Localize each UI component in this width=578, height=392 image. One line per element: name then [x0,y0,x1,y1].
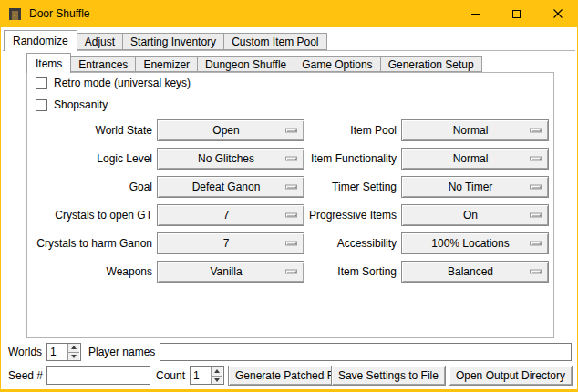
timer-setting-value: No Timer [449,181,502,193]
tab-enemizer[interactable]: Enemizer [135,56,198,72]
tab-starting-inventory[interactable]: Starting Inventory [122,33,224,50]
save-settings-button[interactable]: Save Settings to File [331,366,446,386]
dropdown-indicator-icon [530,157,542,161]
retro-mode-row: Retro mode (universal keys) [36,77,191,89]
dropdown-indicator-icon [285,157,297,161]
output-buttons: Save Settings to File Open Output Direct… [331,366,573,386]
crystals-ganon-value: 7 [223,237,239,250]
player-names-label: Player names [88,342,155,362]
dropdown-indicator-icon [530,213,542,218]
minimize-button[interactable] [455,0,496,27]
item-sorting-dropdown[interactable]: Balanced [401,261,549,283]
shopsanity-checkbox[interactable] [36,99,47,111]
window-title: Door Shuffle [29,7,90,20]
dropdown-indicator-icon [530,129,542,133]
tab-adjust[interactable]: Adjust [77,33,123,50]
titlebar: Door Shuffle [0,0,578,27]
goal-label: Goal [34,176,152,198]
maximize-button[interactable] [496,0,537,27]
retro-mode-label: Retro mode (universal keys) [54,77,191,89]
dropdown-indicator-icon [285,213,297,218]
player-names-input[interactable] [160,343,572,361]
tab-generation-setup[interactable]: Generation Setup [380,56,482,72]
tab-items[interactable]: Items [26,53,71,73]
seed-label: Seed # [8,366,43,386]
maximize-icon [512,10,521,18]
worlds-spinner[interactable] [46,343,81,361]
dropdown-indicator-icon [530,185,542,190]
tab-game-options[interactable]: Game Options [294,56,380,72]
item-pool-label: Item Pool [309,119,397,141]
arrow-up-icon [71,346,77,349]
minimize-icon [471,14,480,15]
crystals-ganon-label: Crystals to harm Ganon [34,232,152,254]
progressive-items-value: On [463,209,487,222]
logic-level-dropdown[interactable]: No Glitches [157,148,304,170]
spin-down-button[interactable] [68,352,79,361]
shopsanity-row: Shopsanity [36,98,108,111]
crystals-gt-value: 7 [223,209,239,222]
spin-up-button[interactable] [212,367,222,376]
timer-setting-dropdown[interactable]: No Timer [401,176,549,198]
spin-down-button[interactable] [212,376,222,385]
tab-dungeon-shuffle[interactable]: Dungeon Shuffle [197,56,294,72]
tab-custom-item-pool[interactable]: Custom Item Pool [223,33,326,50]
crystals-ganon-dropdown[interactable]: 7 [157,232,304,254]
shopsanity-label: Shopsanity [54,98,108,111]
item-sorting-label: Item Sorting [309,261,397,283]
dropdown-indicator-icon [285,185,297,190]
weapons-dropdown[interactable]: Vanilla [157,261,304,283]
accessibility-value: 100% Locations [431,237,518,250]
item-pool-dropdown[interactable]: Normal [401,119,549,141]
dropdown-indicator-icon [530,270,542,274]
count-label: Count [156,366,185,386]
seed-input[interactable] [46,366,150,385]
world-state-value: Open [212,124,248,137]
caption-buttons [455,0,578,27]
outer-tab-bar: Randomize Adjust Starting Inventory Cust… [4,30,327,51]
goal-value: Defeat Ganon [192,181,270,193]
crystals-gt-dropdown[interactable]: 7 [157,204,304,226]
app-icon [8,7,22,21]
item-functionality-dropdown[interactable]: Normal [401,148,549,170]
arrow-down-icon [214,378,220,382]
count-spinner[interactable] [190,366,224,385]
dropdown-indicator-icon [285,270,297,274]
weapons-value: Vanilla [210,265,251,278]
item-pool-value: Normal [453,124,498,137]
logic-level-value: No Glitches [198,152,263,165]
logic-level-label: Logic Level [34,148,152,170]
open-output-directory-button[interactable]: Open Output Directory [449,366,573,386]
close-button[interactable] [537,0,578,27]
worlds-label: Worlds [8,342,42,362]
accessibility-label: Accessibility [309,232,397,254]
worlds-spin-arrows [67,344,79,360]
count-value-input[interactable] [191,367,211,384]
dropdown-indicator-icon [530,242,542,246]
close-icon [553,9,563,18]
world-state-label: World State [34,119,152,141]
settings-grid: World State Open Item Pool Normal Logic … [34,119,549,283]
tab-entrances[interactable]: Entrances [70,56,136,72]
world-state-dropdown[interactable]: Open [157,119,304,141]
worlds-value-input[interactable] [47,344,67,360]
accessibility-dropdown[interactable]: 100% Locations [401,232,549,254]
retro-mode-checkbox[interactable] [36,77,47,89]
item-sorting-value: Balanced [448,265,502,278]
arrow-down-icon [71,355,77,358]
tab-randomize[interactable]: Randomize [4,30,77,51]
count-spin-arrows [211,367,222,384]
app-window: Door Shuffle Randomize Adjust Starting I… [0,0,578,392]
item-functionality-label: Item Functionality [309,148,397,170]
goal-dropdown[interactable]: Defeat Ganon [157,176,304,198]
dropdown-indicator-icon [285,242,297,246]
arrow-up-icon [214,369,220,373]
inner-tab-bar: Items Entrances Enemizer Dungeon Shuffle… [26,53,482,73]
crystals-gt-label: Crystals to open GT [34,204,152,226]
item-functionality-value: Normal [453,152,498,165]
dropdown-indicator-icon [285,129,297,133]
progressive-items-label: Progressive Items [309,204,397,226]
progressive-items-dropdown[interactable]: On [401,204,549,226]
weapons-label: Weapons [34,261,152,283]
spin-up-button[interactable] [68,344,79,352]
